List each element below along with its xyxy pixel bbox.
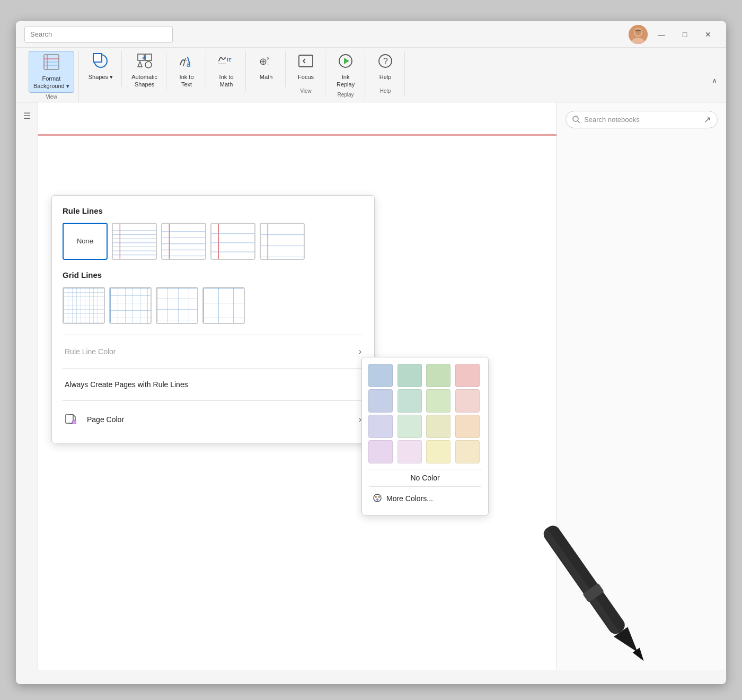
grid-large[interactable] (156, 287, 198, 324)
shapes-button[interactable]: Shapes ▾ (84, 51, 117, 87)
ribbon-group-help: ? Help Help (366, 51, 405, 96)
minimize-button[interactable]: — (652, 25, 671, 44)
format-background-dropdown: Rule Lines None (51, 195, 375, 443)
ribbon-group-ink-math: π ÷ Ink toMath (207, 51, 246, 91)
color-cell-3[interactable] (455, 364, 480, 387)
svg-text:×: × (267, 56, 270, 62)
color-cell-11[interactable] (455, 415, 480, 438)
close-button[interactable]: ✕ (699, 25, 718, 44)
no-color-button[interactable]: No Color (368, 469, 482, 487)
focus-icon (298, 53, 314, 71)
rule-line-color-chevron: › (359, 347, 361, 356)
color-cell-14[interactable] (426, 440, 450, 463)
rule-line-color-label: Rule Line Color (65, 347, 116, 356)
ribbon-group-math: ⊕ × ÷ Math (247, 51, 286, 87)
grid-small[interactable] (63, 287, 105, 324)
title-bar-left (24, 26, 173, 43)
title-bar-right: — □ ✕ (629, 25, 718, 44)
svg-text:÷: ÷ (267, 62, 270, 68)
page-color-icon (65, 413, 76, 427)
color-cell-10[interactable] (426, 415, 450, 438)
ribbon-group-view-label2: View (300, 88, 312, 96)
ribbon: FormatBackground ▾ View Shapes ▾ (16, 48, 726, 102)
svg-rect-62 (204, 288, 245, 324)
automatic-shapes-button[interactable]: ✦ AutomaticShapes (127, 51, 162, 91)
color-cell-12[interactable] (368, 440, 393, 463)
maximize-button[interactable]: □ (675, 25, 694, 44)
more-colors-button[interactable]: More Colors... (368, 489, 482, 509)
svg-point-67 (375, 496, 377, 498)
svg-rect-12 (145, 54, 152, 60)
color-cell-5[interactable] (398, 389, 422, 413)
ribbon-group-auto-shapes: ✦ AutomaticShapes (123, 51, 166, 91)
color-cell-6[interactable] (426, 389, 450, 413)
ink-to-math-button[interactable]: π ÷ Ink toMath (211, 51, 241, 91)
color-cell-9[interactable] (398, 415, 422, 438)
svg-rect-53 (64, 288, 105, 324)
rule-lines-options-row: None (63, 223, 364, 260)
divider-2 (63, 368, 364, 369)
ribbon-group-help-label: Help (380, 88, 391, 96)
sidebar-menu-icon[interactable]: ☰ (17, 107, 37, 126)
rule-line-none[interactable]: None (63, 223, 108, 260)
svg-rect-59 (157, 288, 198, 324)
expand-button[interactable]: ↗ (704, 115, 711, 125)
ink-to-text-icon: a (178, 53, 195, 71)
ribbon-group-ink-text: a Ink toText (167, 51, 206, 91)
ink-replay-label: InkReplay (337, 73, 355, 89)
svg-text:✦: ✦ (142, 56, 145, 60)
wide-ruled-svg (211, 223, 254, 260)
medium-grid-svg (110, 288, 152, 324)
svg-rect-10 (93, 54, 102, 62)
color-cell-15[interactable] (455, 440, 480, 463)
ink-replay-button[interactable]: InkReplay (331, 51, 360, 91)
focus-button[interactable]: Focus (291, 51, 321, 87)
color-cell-1[interactable] (398, 364, 422, 387)
search-icon (572, 116, 580, 123)
svg-line-71 (578, 121, 580, 123)
grid-lines-title: Grid Lines (63, 270, 364, 279)
grid-lines-options-row (63, 287, 364, 324)
search-notebooks-bar[interactable]: Search notebooks ↗ (566, 111, 718, 128)
ink-to-math-label: Ink toMath (219, 73, 234, 89)
page-color-menu-item[interactable]: Page Color › (63, 407, 364, 432)
color-cell-2[interactable] (426, 364, 450, 387)
grid-medium[interactable] (109, 287, 152, 324)
rule-line-wide[interactable] (210, 223, 255, 260)
college-ruled-svg (162, 223, 205, 260)
avatar[interactable] (629, 25, 648, 44)
page-color-left: Page Color (65, 413, 124, 427)
ribbon-collapse-button[interactable]: ∧ (707, 74, 722, 87)
always-create-row[interactable]: Always Create Pages with Rule Lines (63, 375, 364, 394)
math-button[interactable]: ⊕ × ÷ Math (251, 51, 281, 87)
color-cell-4[interactable] (368, 389, 393, 413)
color-cell-7[interactable] (455, 389, 480, 413)
page-color-label: Page Color (87, 415, 124, 424)
svg-text:a: a (187, 60, 191, 68)
ink-to-text-button[interactable]: a Ink toText (172, 51, 201, 91)
extra-wide-svg (261, 223, 304, 260)
always-create-label: Always Create Pages with Rule Lines (65, 380, 188, 389)
help-button[interactable]: ? Help (370, 51, 400, 87)
color-cell-13[interactable] (398, 440, 422, 463)
svg-marker-23 (344, 58, 349, 64)
ink-to-math-icon: π ÷ (217, 53, 235, 71)
automatic-shapes-label: AutomaticShapes (131, 73, 157, 89)
svg-text:⊕: ⊕ (259, 56, 267, 67)
automatic-shapes-icon: ✦ (137, 53, 153, 71)
svg-text:÷: ÷ (229, 56, 232, 62)
rule-line-extra[interactable] (260, 223, 305, 260)
format-background-label: FormatBackground ▾ (33, 75, 69, 90)
color-cell-0[interactable] (368, 364, 393, 387)
rule-line-college[interactable] (161, 223, 206, 260)
title-search-input[interactable] (24, 26, 173, 43)
svg-point-65 (72, 420, 76, 424)
svg-rect-21 (299, 55, 313, 67)
color-cell-8[interactable] (368, 415, 393, 438)
format-background-button[interactable]: FormatBackground ▾ (29, 51, 74, 93)
rule-line-narrow[interactable] (112, 223, 157, 260)
grid-extra-large[interactable] (202, 287, 245, 324)
color-grid (368, 364, 482, 463)
rule-line-color-menu-item[interactable]: Rule Line Color › (63, 342, 364, 362)
math-icon: ⊕ × ÷ (258, 53, 274, 71)
